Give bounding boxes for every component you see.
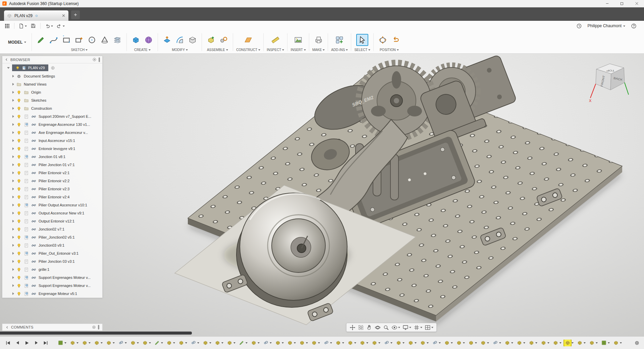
timeline-feature-joint[interactable] — [323, 340, 329, 346]
timeline-feature-comp[interactable] — [552, 340, 559, 346]
timeline-feature-comp[interactable] — [142, 340, 148, 346]
browser-item[interactable]: Support Engrenages Moteur v... — [2, 273, 102, 282]
bulb-icon[interactable] — [16, 219, 21, 224]
timeline-feature-comp[interactable] — [419, 340, 426, 346]
bulb-icon[interactable] — [16, 203, 21, 208]
free-orbit-hand-icon[interactable] — [366, 324, 373, 331]
timeline-feature-comp[interactable] — [588, 340, 595, 346]
ribbon-group-label[interactable]: MAKE — [312, 48, 325, 53]
expand-arrow-icon[interactable] — [12, 220, 14, 222]
browser-item[interactable]: Pilier Jonction 01 v7:1 — [2, 161, 102, 169]
box3d-tool-icon[interactable] — [130, 34, 142, 46]
expand-arrow-icon[interactable] — [12, 155, 14, 158]
browser-item[interactable]: Engrenage Moteur v5:1 — [2, 290, 102, 298]
rect-tool-icon[interactable] — [60, 34, 72, 46]
browser-item[interactable]: Document Settings — [2, 72, 102, 80]
expand-arrow-icon[interactable] — [12, 83, 14, 86]
timeline-feature-comp[interactable] — [540, 340, 547, 346]
timeline-feature-comp[interactable] — [105, 340, 112, 346]
document-tab[interactable]: PLAN v29 — [4, 10, 68, 21]
timeline-feature-comp[interactable] — [93, 340, 100, 346]
timeline-feature-comp[interactable] — [359, 340, 366, 346]
timeline-feature-comp[interactable] — [468, 340, 474, 346]
visibility-bulb-icon[interactable] — [15, 66, 20, 70]
timeline-feature-comp[interactable] — [178, 340, 184, 346]
browser-item[interactable]: Input Ascenceur v15:1 — [2, 137, 102, 145]
undo-button[interactable] — [43, 21, 54, 30]
minimize-button[interactable] — [600, 0, 614, 7]
timeline-feature-comp[interactable] — [443, 340, 450, 346]
expand-arrow-icon[interactable] — [12, 292, 14, 295]
newcomp-tool-icon[interactable] — [205, 34, 217, 46]
bulb-icon[interactable] — [16, 98, 21, 103]
bulb-icon[interactable] — [16, 259, 21, 264]
print3d-tool-icon[interactable] — [313, 34, 325, 46]
bulb-icon[interactable] — [16, 122, 21, 127]
expand-arrow-icon[interactable] — [12, 204, 14, 206]
browser-item[interactable]: Pilier Entonoir v2:2 — [2, 177, 102, 185]
ribbon-group-label[interactable]: ADD-INS — [331, 48, 348, 53]
timeline-feature-comp[interactable] — [226, 340, 233, 346]
view-cube[interactable]: TOP FRONT BACK X — [586, 58, 637, 113]
cone-tool-icon[interactable] — [99, 34, 111, 46]
timeline-feature-joint[interactable] — [383, 340, 390, 346]
browser-item[interactable]: Jonction03 v9:1 — [2, 241, 102, 249]
timeline-feature-comp[interactable] — [528, 340, 535, 346]
browser-item[interactable]: Pilier Jonction 03 v3:1 — [2, 257, 102, 265]
browser-item[interactable]: Construction — [2, 104, 102, 112]
timeline-feature-comp[interactable] — [564, 340, 571, 346]
look-at-button[interactable] — [391, 324, 400, 331]
expand-arrow-icon[interactable] — [12, 212, 14, 214]
timeline-feature-comp[interactable] — [166, 340, 172, 346]
expand-arrow-icon[interactable] — [7, 67, 10, 69]
redo-button[interactable] — [55, 21, 66, 30]
browser-root-item[interactable]: PLAN v29 — [2, 63, 102, 72]
expand-arrow-icon[interactable] — [12, 107, 14, 110]
timeline-feature-comp[interactable] — [576, 340, 583, 346]
timeline-feature-comp[interactable] — [504, 340, 511, 346]
workspace-selector[interactable]: MODEL — [3, 31, 32, 53]
timeline-feature-comp[interactable] — [311, 340, 317, 346]
browser-item[interactable]: Sketches — [2, 96, 102, 104]
browser-item[interactable]: grille:1 — [2, 265, 102, 273]
plane-tool-icon[interactable] — [242, 34, 254, 46]
browser-item[interactable]: Jonction02 v7:1 — [2, 225, 102, 233]
addins-tool-icon[interactable] — [333, 34, 345, 46]
timeline-feature-comp[interactable] — [214, 340, 221, 346]
expand-arrow-icon[interactable] — [12, 75, 14, 78]
timeline-feature-comp[interactable] — [371, 340, 378, 346]
help-button[interactable] — [629, 21, 638, 30]
timeline-feature-sketch[interactable] — [154, 340, 160, 346]
browser-item[interactable]: Output Entonoir v12:1 — [2, 217, 102, 225]
fillet-tool-icon[interactable] — [174, 34, 186, 46]
timeline-feature-comp[interactable] — [335, 340, 341, 346]
expand-arrow-icon[interactable] — [12, 91, 14, 94]
timeline-feature-sketch[interactable] — [238, 340, 245, 346]
timeline-feature-joint[interactable] — [492, 340, 498, 346]
new-tab-button[interactable] — [71, 10, 80, 19]
measure-tool-icon[interactable] — [269, 34, 281, 46]
browser-item[interactable]: Support 200mm v7_Support E... — [2, 112, 102, 120]
ribbon-group-label[interactable]: INSERT — [290, 48, 306, 53]
expand-arrow-icon[interactable] — [12, 244, 14, 247]
model-3d[interactable]: SBQ_EM2 — [175, 55, 622, 325]
timeline-feature-comp[interactable] — [129, 340, 136, 346]
ribbon-group-label[interactable]: CREATE — [134, 48, 151, 53]
bulb-icon[interactable] — [16, 211, 21, 216]
capturepos-tool-icon[interactable] — [377, 34, 389, 46]
job-status-clock-button[interactable] — [575, 21, 584, 30]
bulb-icon[interactable] — [16, 130, 21, 135]
expand-arrow-icon[interactable] — [12, 99, 14, 102]
collapse-panel-icon[interactable] — [5, 58, 8, 61]
expand-arrow-icon[interactable] — [12, 131, 14, 134]
spline-tool-icon[interactable] — [48, 34, 60, 46]
shell-tool-icon[interactable] — [186, 34, 199, 46]
timeline-feature-comp[interactable] — [612, 340, 619, 346]
bulb-icon[interactable] — [16, 146, 21, 151]
timeline-play-button[interactable] — [23, 339, 31, 347]
expand-arrow-icon[interactable] — [12, 284, 14, 287]
app-grid-menu-button[interactable] — [3, 21, 11, 30]
browser-item[interactable]: Pilier_Jonction02 v5:1 — [2, 233, 102, 241]
browser-item[interactable]: Entonoir levogyre v9:1 — [2, 145, 102, 153]
bulb-icon[interactable] — [16, 138, 21, 143]
